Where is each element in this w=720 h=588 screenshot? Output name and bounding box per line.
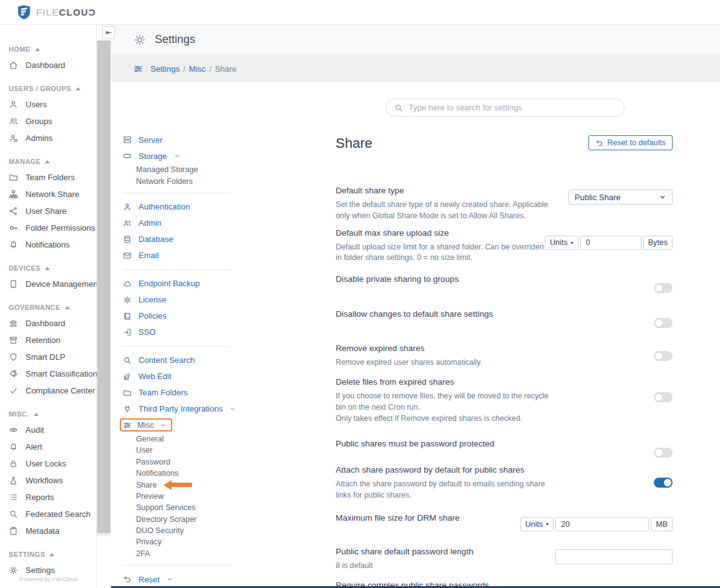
collapse-sidebar-button[interactable]: ⇤: [102, 26, 115, 39]
menu-item-misc[interactable]: Misc: [123, 417, 236, 433]
filecloud-shield-icon: [17, 4, 31, 20]
disable-private-group-sharing-toggle[interactable]: [654, 283, 673, 293]
password-length-input[interactable]: [555, 549, 673, 564]
setting-row-attach-share-password: Attach share password by default for pub…: [336, 465, 673, 501]
sidebar-item-audit[interactable]: Audit: [0, 422, 96, 438]
menu-label: Admin: [139, 218, 162, 228]
attach-share-password-toggle[interactable]: [654, 478, 673, 488]
sidebar-item-compliance-center[interactable]: Compliance Center: [0, 382, 96, 399]
menu-subitem-directory-scraper[interactable]: Directory Scraper: [123, 514, 236, 525]
sidebar-item-dashboard[interactable]: Dashboard: [0, 57, 96, 74]
delete-files-expired-shares-toggle[interactable]: [654, 392, 673, 402]
disallow-default-share-changes-toggle[interactable]: [654, 318, 673, 328]
sidebar-item-device-management[interactable]: Device Management: [0, 276, 96, 292]
menu-item-policies[interactable]: Policies: [123, 308, 236, 324]
sidebar-item-reports[interactable]: Reports: [0, 489, 96, 506]
sidebar-section-home[interactable]: HOME: [0, 44, 96, 55]
tablet-icon: [9, 279, 18, 289]
sidebar-item-team-folders[interactable]: Team Folders: [0, 169, 96, 186]
sidebar-item-users[interactable]: Users: [0, 96, 96, 113]
sidebar-item-governance-dashboard[interactable]: Dashboard: [0, 315, 96, 332]
list-icon: [9, 493, 18, 502]
menu-subitem-user[interactable]: User: [123, 445, 236, 456]
menu-item-database[interactable]: Database: [123, 231, 236, 248]
page-title: Share: [336, 135, 372, 152]
sidebar-item-smart-classification[interactable]: Smart Classification: [0, 365, 96, 382]
chevron-down-icon: [230, 406, 236, 412]
menu-subitem-duo-security[interactable]: DUO Security: [123, 525, 236, 536]
home-icon: [9, 60, 18, 70]
setting-label: Attach share password by default for pub…: [336, 465, 555, 475]
breadcrumb-settings[interactable]: Settings: [150, 64, 180, 74]
menu-item-web-edit[interactable]: Web Edit: [123, 369, 236, 385]
sidebar-item-retention[interactable]: Retention: [0, 332, 96, 349]
units-dropdown[interactable]: Units▾: [545, 236, 578, 250]
sidebar-item-user-locks[interactable]: User Locks: [0, 455, 96, 472]
sidebar-item-groups[interactable]: Groups: [0, 113, 96, 130]
menu-subitem-notifications[interactable]: Notifications: [123, 468, 236, 479]
menu-subitem-2fa[interactable]: 2FA: [123, 548, 236, 559]
scrollbar-thumb[interactable]: [97, 41, 110, 533]
sidebar-item-folder-permissions[interactable]: Folder Permissions: [0, 219, 96, 236]
menu-subitem-preview[interactable]: Preview: [123, 491, 236, 502]
menu-subitem-support-services[interactable]: Support Services: [123, 502, 236, 513]
menu-item-team-folders[interactable]: Team Folders: [123, 385, 236, 401]
menu-item-email[interactable]: Email: [123, 248, 236, 264]
public-shares-password-protected-toggle[interactable]: [654, 448, 673, 458]
menu-item-third-party-integrations[interactable]: Third Party Integrations: [123, 401, 236, 417]
sidebar-item-alert[interactable]: Alert: [0, 438, 96, 455]
menu-subitem-managed-storage[interactable]: Managed Storage: [123, 164, 236, 175]
filecloud-logo[interactable]: FILECLOUƆ: [17, 4, 96, 20]
submenu-label: DUO Security: [136, 526, 183, 535]
menu-item-content-search[interactable]: Content Search: [123, 352, 236, 369]
remove-expired-shares-toggle[interactable]: [654, 351, 673, 361]
sidebar-section-users-groups[interactable]: USERS / GROUPS: [0, 83, 96, 94]
menu-label: Third Party Integrations: [139, 404, 223, 413]
max-upload-size-input[interactable]: [580, 236, 641, 250]
setting-row-default-share-type: Default share type Set the default share…: [336, 186, 673, 222]
sidebar-section-devices[interactable]: DEVICES: [0, 263, 96, 274]
menu-label: Content Search: [139, 355, 195, 365]
menu-item-endpoint-backup[interactable]: Endpoint Backup: [123, 276, 236, 292]
menu-subitem-network-folders[interactable]: Network Folders: [123, 175, 236, 186]
breadcrumb-misc[interactable]: Misc: [189, 64, 206, 74]
reset-to-defaults-button[interactable]: Reset to defaults: [588, 135, 673, 150]
menu-item-license[interactable]: License: [123, 292, 236, 308]
menu-item-authentication[interactable]: Authentication: [123, 199, 236, 215]
setting-row-public-shares-password-protected: Public shares must be password protected: [336, 439, 673, 458]
sidebar-section-misc[interactable]: MISC.: [0, 408, 96, 420]
sidebar-item-admins[interactable]: Admins: [0, 130, 96, 147]
sidebar-item-smart-dlp[interactable]: Smart DLP: [0, 349, 96, 365]
select-value: Public Share: [575, 193, 621, 202]
sidebar-item-notifications[interactable]: Notifications: [0, 236, 96, 253]
caret-up-icon: [35, 48, 40, 51]
menu-item-reset[interactable]: Reset: [123, 571, 236, 587]
search-input[interactable]: [409, 103, 616, 112]
menu-subitem-share[interactable]: Share: [123, 479, 236, 490]
menu-subitem-general[interactable]: General: [123, 433, 236, 445]
sidebar-item-federated-search[interactable]: Federated Search: [0, 506, 96, 523]
sidebar-section-settings[interactable]: SETTINGS: [0, 549, 96, 560]
sidebar-section-manage[interactable]: MANAGE: [0, 156, 96, 167]
storage-icon: [123, 152, 132, 160]
folder-icon: [9, 173, 18, 182]
sidebar-item-workflows[interactable]: Workflows: [0, 472, 96, 489]
menu-item-server[interactable]: Server: [123, 132, 236, 148]
menu-label: Team Folders: [139, 388, 188, 397]
sidebar-item-user-share[interactable]: User Share: [0, 203, 96, 219]
menu-subitem-password[interactable]: Password: [123, 456, 236, 468]
sidebar-item-metadata[interactable]: Metadata: [0, 523, 96, 539]
menu-item-sso[interactable]: Content SearchSSO: [123, 324, 236, 340]
default-share-type-select[interactable]: Public Share: [568, 190, 673, 205]
menu-item-admin[interactable]: Admin: [123, 215, 236, 231]
chevron-down-icon: [659, 193, 666, 201]
menu-subitem-privacy[interactable]: Privacy: [123, 536, 236, 547]
units-dropdown[interactable]: Units▾: [520, 517, 554, 531]
submenu-label: Network Folders: [136, 177, 193, 186]
menu-item-storage[interactable]: Storage: [123, 148, 236, 164]
submenu-label: Password: [136, 458, 170, 466]
sidebar-section-governance[interactable]: GOVERNANCE: [0, 302, 96, 313]
drm-max-file-size-input[interactable]: [555, 517, 649, 531]
caret-up-icon: [49, 553, 54, 556]
sidebar-item-network-share[interactable]: Network Share: [0, 186, 96, 203]
